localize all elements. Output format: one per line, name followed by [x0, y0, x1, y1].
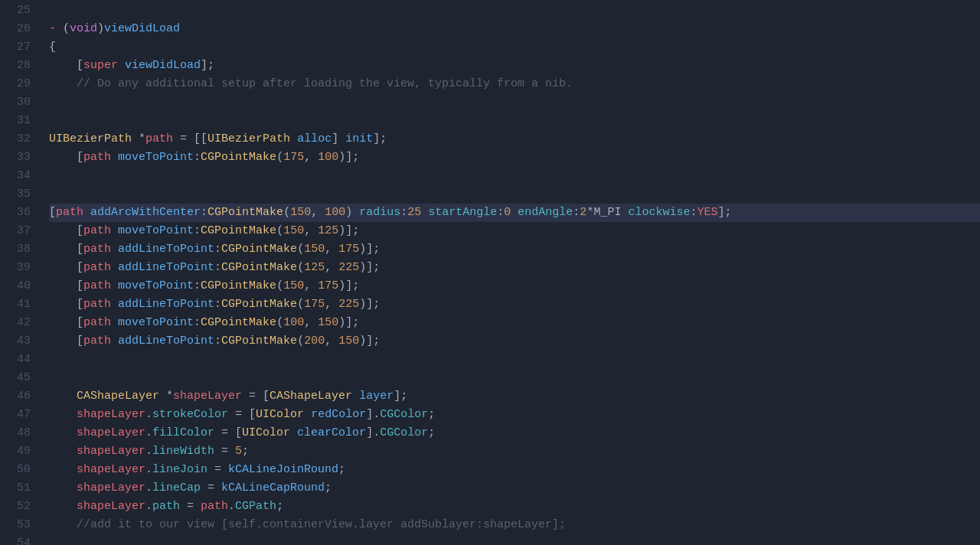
token-plain: )];	[338, 151, 359, 164]
token-plain: ,	[304, 224, 318, 237]
token-yes: YES	[697, 206, 717, 219]
token-plain: ].	[366, 408, 380, 421]
token-plain: .	[145, 408, 152, 421]
code-line	[49, 369, 980, 387]
token-plain: = [[	[173, 132, 207, 145]
token-prop: CGColor	[380, 408, 428, 421]
token-pathvar: shapeLayer	[77, 445, 145, 458]
code-line: shapeLayer.lineCap = kCALineCapRound;	[49, 479, 980, 498]
token-pathvar: path	[83, 151, 111, 164]
token-plain: (	[283, 206, 290, 219]
token-method: addArcWithCenter	[90, 206, 201, 219]
token-num: 175	[283, 151, 304, 164]
token-paramkey: endAngle	[518, 206, 573, 219]
token-paramkey: clockwise	[628, 206, 690, 219]
token-num: 5	[235, 445, 242, 458]
code-line: [path moveToPoint:CGPointMake(175, 100)]…	[49, 148, 980, 167]
token-uiclass: CGPointMake	[221, 261, 297, 274]
token-plain: ,	[325, 261, 338, 274]
token-num: 175	[318, 279, 338, 292]
token-method: addLineToPoint	[118, 243, 214, 256]
token-plain: ,	[325, 335, 338, 348]
token-method: addLineToPoint	[118, 335, 214, 348]
line-number: 42	[3, 314, 31, 332]
line-number: 47	[3, 406, 31, 424]
token-plain: *	[132, 132, 145, 145]
token-plain: ;	[428, 408, 435, 421]
token-plain: (	[276, 151, 283, 164]
token-prop: lineCap	[152, 481, 201, 494]
token-num: 100	[325, 206, 345, 219]
token-method: addLineToPoint	[118, 261, 214, 274]
line-number: 49	[3, 442, 31, 461]
code-line: shapeLayer.lineJoin = kCALineJoinRound;	[49, 461, 980, 479]
line-number: 50	[3, 461, 31, 479]
token-plain: [	[49, 206, 56, 219]
line-number: 44	[3, 351, 31, 369]
token-plain	[49, 500, 77, 513]
token-plain: :	[400, 206, 407, 219]
token-pathvar: path	[83, 261, 111, 274]
line-number: 36	[3, 204, 31, 222]
token-plain	[49, 481, 77, 494]
token-plain: =	[214, 445, 235, 458]
token-plain	[111, 279, 118, 292]
token-num: 100	[283, 316, 304, 329]
token-plain: ,	[304, 316, 318, 329]
token-plain: ,	[311, 206, 325, 219]
line-number: 39	[3, 259, 31, 277]
token-uiclass: CGPointMake	[221, 243, 297, 256]
code-line	[49, 2, 980, 20]
line-number: 28	[3, 57, 31, 75]
token-plain: :	[194, 151, 201, 164]
token-plain: = [	[214, 426, 242, 439]
token-uiclass: CGPointMake	[207, 206, 283, 219]
code-line: // Do any additional setup after loading…	[49, 75, 980, 93]
token-plain: [	[49, 335, 83, 348]
token-method: moveToPoint	[118, 316, 194, 329]
token-uiclass: UIBezierPath	[207, 132, 290, 145]
token-plain: ];	[201, 59, 214, 72]
token-plain: :	[201, 206, 207, 219]
token-plain	[111, 151, 118, 164]
token-method: redColor	[311, 408, 366, 421]
token-prop: fillColor	[152, 426, 214, 439]
token-num: 150	[304, 243, 325, 256]
token-plain: = [	[242, 390, 270, 403]
line-number: 51	[3, 479, 31, 498]
line-number: 37	[3, 222, 31, 240]
token-num: 150	[283, 224, 304, 237]
token-method: moveToPoint	[118, 224, 194, 237]
token-pathvar: shapeLayer	[77, 408, 145, 421]
token-plain: ;	[276, 500, 283, 513]
code-line: {	[49, 38, 980, 57]
token-pathvar: shapeLayer	[77, 463, 145, 476]
token-pathvar: path	[83, 279, 111, 292]
line-number: 48	[3, 424, 31, 442]
token-minus: -	[49, 22, 63, 35]
token-plain	[49, 445, 77, 458]
token-plain: [	[49, 243, 83, 256]
token-pathvar: shapeLayer	[77, 500, 145, 513]
token-num: 225	[338, 261, 359, 274]
code-line: [path moveToPoint:CGPointMake(150, 175)]…	[49, 277, 980, 295]
code-line	[49, 351, 980, 369]
token-plain: :	[194, 316, 201, 329]
token-plain: [	[49, 261, 83, 274]
token-uiclass: UIColor	[242, 426, 290, 439]
token-num: 0	[504, 206, 511, 219]
token-super: super	[83, 59, 118, 72]
token-num: 150	[318, 316, 338, 329]
line-number: 31	[3, 112, 31, 130]
token-num: 175	[304, 298, 325, 311]
token-paramkey: startAngle	[428, 206, 497, 219]
line-number: 45	[3, 369, 31, 387]
token-plain	[421, 206, 428, 219]
token-plain: ,	[304, 151, 318, 164]
token-plain: :	[194, 224, 201, 237]
token-num: 200	[304, 335, 325, 348]
token-plain: ];	[373, 132, 387, 145]
token-pathvar: path	[83, 224, 111, 237]
token-plain: *	[159, 390, 173, 403]
token-mpi: M_PI	[593, 206, 621, 219]
